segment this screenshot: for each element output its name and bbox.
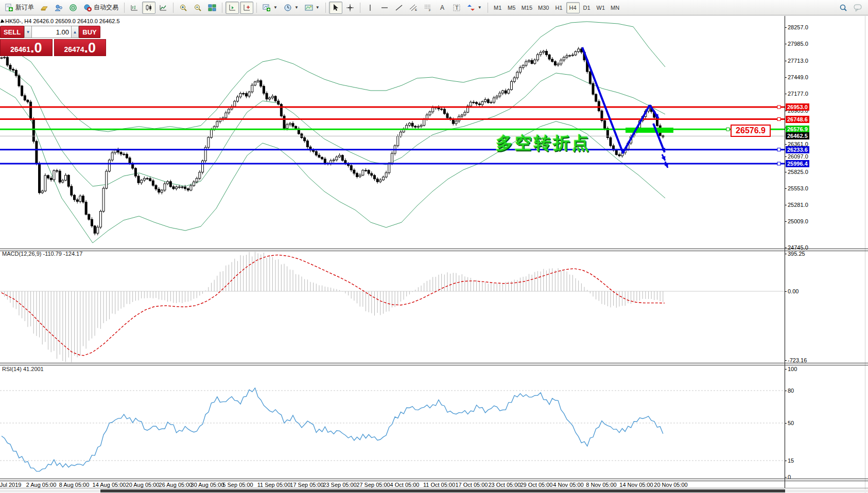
main-toolbar: 新订单 自动交易: [0, 0, 868, 15]
toolbar-separator: [360, 3, 360, 13]
chat-button[interactable]: [851, 2, 865, 14]
candle-body: [280, 104, 282, 116]
pane-separator[interactable]: [0, 363, 868, 365]
candle-body: [88, 215, 90, 220]
candle-body: [292, 124, 294, 127]
chart-plot-area[interactable]: [0, 0, 868, 493]
sell-price-box[interactable]: 26461 .0: [0, 39, 53, 56]
timeframe-M15[interactable]: M15: [519, 2, 535, 13]
templates-button[interactable]: ▼: [302, 2, 322, 14]
community-button[interactable]: [52, 2, 65, 14]
timeframe-M30[interactable]: M30: [535, 2, 551, 13]
zoom-in-button[interactable]: [177, 2, 190, 14]
candle-body: [12, 69, 14, 71]
candle-body: [199, 172, 201, 179]
candle-body: [239, 93, 241, 97]
sell-price-frac: .0: [30, 41, 42, 55]
rsi-tick-mark: [785, 461, 787, 461]
candlestick-chart-button[interactable]: [142, 2, 155, 14]
equidistant-channel-button[interactable]: E: [407, 2, 420, 14]
autotrading-button[interactable]: 自动交易: [81, 2, 121, 14]
periods-button[interactable]: ▼: [281, 2, 301, 14]
candle-body: [193, 182, 195, 185]
line-chart-button[interactable]: [157, 2, 170, 14]
candle-body: [85, 202, 87, 215]
timeframe-M1[interactable]: M1: [491, 2, 505, 13]
price-tick-mark: [785, 44, 787, 44]
candle-body: [111, 153, 113, 160]
candle-body: [417, 127, 419, 127]
volume-increase-button[interactable]: ▲: [71, 26, 79, 38]
candle-body: [263, 86, 265, 94]
rsi-label: RSI(14) 41.2001: [2, 366, 44, 372]
time-axis-label: 11 Oct 05:00: [423, 482, 455, 488]
time-axis-label: 20 Nov 05:00: [654, 482, 687, 488]
price-tick-mark: [785, 156, 787, 157]
fibonacci-button[interactable]: F: [421, 2, 435, 14]
macd-tick-label: 395.25: [788, 251, 805, 257]
timeframe-W1[interactable]: W1: [594, 2, 608, 13]
candle-body: [589, 72, 591, 83]
candle-body: [260, 81, 262, 86]
candle-body: [234, 101, 236, 107]
new-order-button[interactable]: 新订单: [3, 2, 37, 14]
text-button[interactable]: A: [436, 2, 449, 14]
price-tick-mark: [785, 94, 787, 94]
pane-separator[interactable]: [0, 249, 868, 251]
buy-button[interactable]: BUY: [79, 26, 100, 38]
candle-body: [1, 58, 3, 58]
volume-input[interactable]: 1.00: [32, 26, 71, 38]
auto-scroll-button[interactable]: [240, 2, 253, 14]
timeframe-H1[interactable]: H1: [552, 2, 566, 13]
dropdown-caret-icon: ▼: [316, 5, 320, 10]
timeframe-M5[interactable]: M5: [505, 2, 518, 13]
turning-point-annotation[interactable]: 多空转折点: [496, 132, 591, 155]
cursor-button[interactable]: [329, 2, 342, 14]
vertical-line-button[interactable]: [363, 2, 377, 14]
text-label-button[interactable]: T: [450, 2, 463, 14]
price-tick-mark: [785, 61, 787, 61]
news-button[interactable]: [66, 2, 80, 14]
sell-button[interactable]: SELL: [0, 26, 24, 38]
new-chart-button[interactable]: ▼: [260, 2, 280, 14]
horizontal-line-button[interactable]: [378, 2, 391, 14]
candle-body: [502, 91, 504, 93]
macd-tick-label: 0.00: [788, 288, 798, 294]
buy-price-box[interactable]: 26474 .0: [54, 39, 107, 56]
dropdown-caret-icon: ▼: [478, 5, 482, 10]
trade-panel-price-row: 26461 .0 26474 .0: [0, 39, 106, 56]
arrows-button[interactable]: ▼: [464, 2, 484, 14]
volume-decrease-button[interactable]: ▼: [24, 26, 32, 38]
price-tick-mark: [785, 248, 787, 248]
rsi-tick-mark: [785, 477, 787, 478]
rsi-title: RSI(14): [2, 366, 22, 372]
chart-shift-icon: [228, 4, 236, 12]
toolbar-separator: [173, 3, 173, 13]
horizontal-scrollbar[interactable]: [0, 489, 868, 492]
price-tag-label[interactable]: 26576.9: [731, 125, 771, 137]
trendline-button[interactable]: [392, 2, 406, 14]
candle-body: [557, 64, 559, 65]
zigzag-trendline[interactable]: [582, 47, 650, 153]
crosshair-button[interactable]: [343, 2, 357, 14]
time-axis-label: 17 Oct 05:00: [456, 482, 488, 488]
buy-price: 26474: [64, 44, 84, 55]
chart-shift-button[interactable]: [225, 2, 239, 14]
timeframe-D1[interactable]: D1: [580, 2, 594, 13]
price-badge: 26233.6: [786, 146, 809, 153]
candle-body: [513, 78, 515, 82]
search-button[interactable]: [837, 2, 850, 14]
bar-chart-button[interactable]: [128, 2, 141, 14]
macd-title: MACD(12,26,9): [2, 251, 41, 257]
market-watch-button[interactable]: [38, 2, 51, 14]
candle-body: [604, 120, 606, 128]
candle-body: [44, 175, 46, 191]
rsi-tick-mark: [785, 391, 787, 391]
timeframe-H4[interactable]: H4: [566, 2, 580, 13]
zoom-out-button[interactable]: [191, 2, 204, 14]
macd-pane: [0, 252, 785, 363]
tile-windows-button[interactable]: [205, 2, 219, 14]
candle-body: [540, 52, 542, 55]
scrollbar-thumb[interactable]: [100, 489, 785, 492]
timeframe-MN[interactable]: MN: [608, 2, 622, 13]
